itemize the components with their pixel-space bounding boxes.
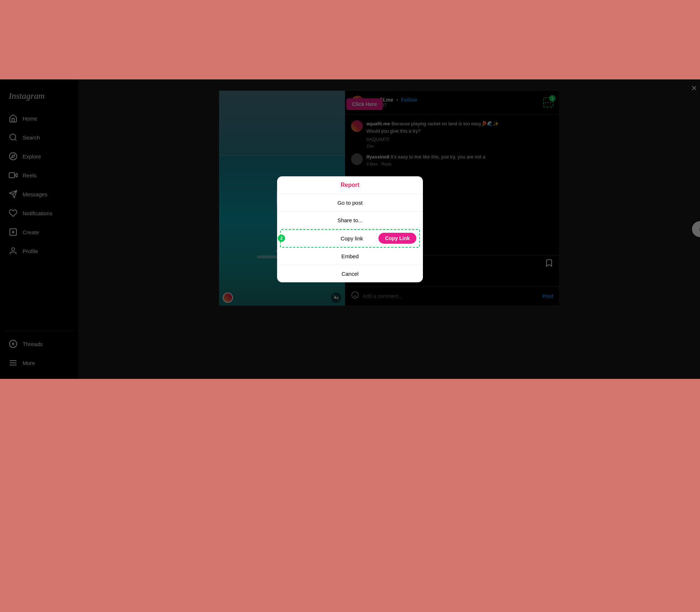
modal-go-to-post-item[interactable]: Go to post [277, 194, 423, 212]
modal-share-to-item[interactable]: Share to... [277, 212, 423, 229]
copy-link-label: Copy link [341, 235, 363, 242]
modal-report-item[interactable]: Report [277, 176, 423, 194]
background-top [0, 0, 700, 79]
modal-overlay[interactable]: Report Go to post Share to... 2 Copy lin… [0, 79, 700, 379]
background-bottom [0, 379, 700, 612]
modal-embed-item[interactable]: Embed [277, 248, 423, 265]
copy-link-button[interactable]: Copy Link [378, 233, 416, 244]
step2-badge: 2 [278, 235, 285, 242]
instagram-app: Instagram Home Search Explore Reels [0, 79, 700, 379]
modal-copy-link-item[interactable]: 2 Copy link Copy Link [280, 229, 420, 248]
modal-cancel-item[interactable]: Cancel [277, 265, 423, 282]
share-modal: Report Go to post Share to... 2 Copy lin… [277, 176, 423, 282]
